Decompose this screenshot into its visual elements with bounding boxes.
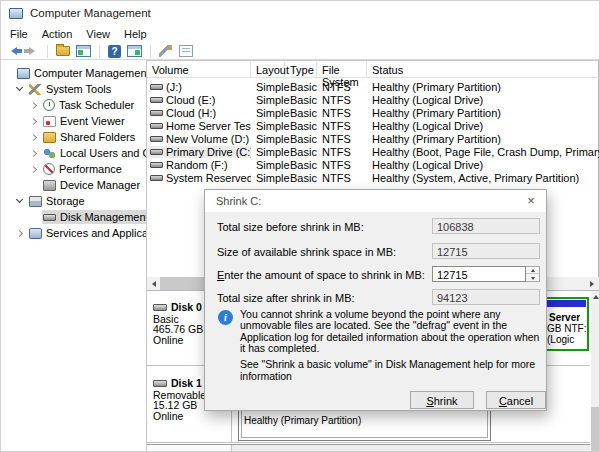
stepper-up-icon[interactable]: [526, 267, 539, 274]
column-header-status[interactable]: Status: [367, 62, 599, 78]
scroll-right-icon[interactable]: [586, 277, 599, 290]
volume-icon: [150, 97, 163, 103]
close-icon[interactable]: ×: [521, 192, 541, 210]
volume-icon: [150, 175, 163, 181]
chevron-expanded-icon[interactable]: [16, 84, 23, 91]
volume-icon: [150, 136, 163, 142]
chevron-collapsed-icon[interactable]: [30, 133, 37, 140]
menu-view[interactable]: View: [79, 26, 117, 42]
performance-icon: [43, 163, 55, 175]
volume-icon: [150, 123, 163, 129]
console-tree: Computer Management (Local System Tools …: [1, 60, 147, 452]
available-space-label: Size of available shrink space in MB:: [217, 244, 396, 260]
shared-folders-icon: [43, 132, 56, 143]
column-header-file-system[interactable]: File System: [317, 62, 367, 78]
volume-list-header: Volume Layout Type File System Status: [147, 62, 599, 78]
device-manager-icon: [43, 180, 56, 191]
window-title: Computer Management: [30, 7, 151, 19]
toolbar: ?: [1, 43, 600, 60]
sidebar-item-event-viewer[interactable]: Event Viewer: [1, 113, 146, 129]
toolbar-separator: [99, 45, 100, 58]
back-icon[interactable]: [7, 47, 17, 55]
info-text: You cannot shrink a volume beyond the po…: [240, 309, 540, 354]
menu-bar: File Action View Help: [1, 25, 600, 43]
computer-icon: [17, 68, 30, 79]
volume-row[interactable]: System Reserved Simple Basic NTFS Health…: [147, 171, 599, 184]
cancel-button[interactable]: Cancel: [486, 391, 546, 409]
users-groups-icon: [43, 148, 56, 159]
volume-icon: [150, 149, 163, 155]
volume-row[interactable]: New Volume (D:) Simple Basic NTFS Health…: [147, 132, 599, 145]
title-bar: Computer Management: [1, 1, 600, 25]
shrink-amount-input[interactable]: 12715: [432, 266, 526, 282]
total-before-label: Total size before shrink in MB:: [217, 219, 364, 235]
services-icon: [29, 228, 42, 239]
sidebar-item-performance[interactable]: Performance: [1, 161, 146, 177]
chevron-collapsed-icon[interactable]: [30, 149, 37, 156]
menu-help[interactable]: Help: [117, 26, 154, 42]
volume-row-selected[interactable]: Primary Drive (C:) Simple Basic NTFS Hea…: [147, 145, 599, 158]
new-window-icon[interactable]: [127, 45, 142, 57]
computer-management-window: Computer Management File Action View Hel…: [0, 0, 600, 452]
volume-row[interactable]: Random (F:) Simple Basic NTFS Healthy (L…: [147, 158, 599, 171]
shrink-dialog: Shrink C: × Total size before shrink in …: [204, 189, 547, 411]
total-after-field: 94123: [432, 289, 540, 305]
total-after-label: Total size after shrink in MB:: [217, 290, 355, 306]
sidebar-item-services-and-applications[interactable]: Services and Applications: [1, 225, 146, 241]
help-icon[interactable]: ?: [108, 45, 121, 58]
export-list-icon[interactable]: [56, 46, 70, 56]
shrink-button[interactable]: Shrink: [410, 391, 474, 409]
disk-icon: [153, 304, 167, 311]
shrink-amount-stepper[interactable]: [526, 266, 540, 282]
toolbar-separator: [47, 45, 48, 58]
chevron-collapsed-icon[interactable]: [30, 117, 37, 124]
menu-action[interactable]: Action: [35, 26, 80, 42]
sidebar-item-storage[interactable]: Storage: [1, 193, 146, 209]
event-viewer-icon: [43, 116, 56, 127]
column-header-layout[interactable]: Layout: [251, 62, 285, 78]
forward-icon[interactable]: [29, 47, 39, 55]
chevron-collapsed-icon[interactable]: [30, 165, 37, 172]
volume-icon: [150, 110, 163, 116]
sidebar-item-disk-management[interactable]: Disk Management: [1, 209, 146, 225]
disk-1-partition-block[interactable]: Healthy (Primary Partition): [238, 407, 491, 441]
help-text: See "Shrink a basic volume" in Disk Mana…: [240, 358, 540, 382]
disk-management-icon: [43, 214, 56, 221]
volume-row[interactable]: Cloud (H:) Simple Basic NTFS Healthy (Pr…: [147, 106, 599, 119]
volume-icon: [150, 84, 163, 90]
info-icon: i: [218, 310, 233, 325]
volume-icon: [150, 162, 163, 168]
dialog-title-bar: Shrink C: ×: [205, 190, 546, 212]
action-tool-icon[interactable]: [159, 45, 173, 57]
storage-icon: [29, 196, 42, 207]
chevron-collapsed-icon[interactable]: [30, 101, 37, 108]
sidebar-item-device-manager[interactable]: Device Manager: [1, 177, 146, 193]
column-header-volume[interactable]: Volume: [147, 62, 251, 78]
volume-row[interactable]: Home Server Test (G:) Simple Basic NTFS …: [147, 119, 599, 132]
task-scheduler-icon: [43, 99, 55, 111]
sidebar-item-system-tools[interactable]: System Tools: [1, 81, 146, 97]
scroll-up-icon[interactable]: [591, 291, 600, 302]
available-space-field: 12715: [432, 243, 540, 259]
sidebar-item-shared-folders[interactable]: Shared Folders: [1, 129, 146, 145]
system-tools-icon: [29, 84, 42, 95]
toolbar-separator: [150, 45, 151, 58]
menu-file[interactable]: File: [3, 26, 35, 42]
scrollbar-thumb[interactable]: [591, 407, 600, 451]
chevron-collapsed-icon[interactable]: [16, 229, 23, 236]
view-options-icon[interactable]: [179, 45, 193, 57]
volume-row[interactable]: (J:) Simple Basic NTFS Healthy (Primary …: [147, 80, 599, 93]
total-before-field: 106838: [432, 218, 540, 234]
volume-row[interactable]: Cloud (E:) Simple Basic NTFS Healthy (Lo…: [147, 93, 599, 106]
vertical-scrollbar[interactable]: [591, 291, 600, 452]
next-disk-row-partial: [147, 444, 590, 452]
sidebar-item-computer-management[interactable]: Computer Management (Local: [1, 65, 146, 81]
column-header-type[interactable]: Type: [285, 62, 317, 78]
stepper-down-icon[interactable]: [526, 275, 539, 282]
chevron-expanded-icon[interactable]: [16, 196, 23, 203]
sidebar-item-local-users-and-groups[interactable]: Local Users and Groups: [1, 145, 146, 161]
disk-icon: [153, 380, 167, 387]
scroll-left-icon[interactable]: [147, 277, 160, 290]
sidebar-item-task-scheduler[interactable]: Task Scheduler: [1, 97, 146, 113]
show-console-tree-icon[interactable]: [76, 45, 91, 57]
